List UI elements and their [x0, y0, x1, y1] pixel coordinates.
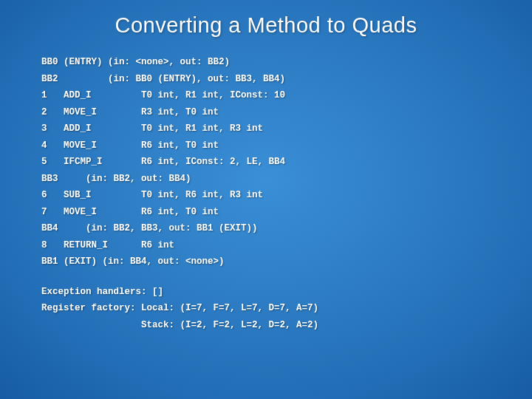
- register-factory-stack: Stack: (I=2, F=2, L=2, D=2, A=2): [41, 317, 491, 334]
- code-body: BB0 (ENTRY) (in: <none>, out: BB2) BB2 (…: [41, 54, 491, 333]
- exception-handlers: Exception handlers: []: [41, 284, 491, 301]
- code-line: BB4 (in: BB2, BB3, out: BB1 (EXIT)): [41, 220, 491, 237]
- code-line: BB2 (in: BB0 (ENTRY), out: BB3, BB4): [41, 71, 491, 88]
- code-line: 4 MOVE_I R6 int, T0 int: [41, 137, 491, 154]
- code-line: 6 SUB_I T0 int, R6 int, R3 int: [41, 187, 491, 204]
- code-line: 2 MOVE_I R3 int, T0 int: [41, 104, 491, 121]
- code-line: BB0 (ENTRY) (in: <none>, out: BB2): [41, 54, 491, 71]
- code-line: 1 ADD_I T0 int, R1 int, IConst: 10: [41, 87, 491, 104]
- code-line: BB3 (in: BB2, out: BB4): [41, 171, 491, 188]
- code-line: 5 IFCMP_I R6 int, IConst: 2, LE, BB4: [41, 154, 491, 171]
- code-line: BB1 (EXIT) (in: BB4, out: <none>): [41, 253, 491, 270]
- code-line: 7 MOVE_I R6 int, T0 int: [41, 204, 491, 221]
- spacer: [41, 270, 491, 284]
- slide: Converting a Method to Quads BB0 (ENTRY)…: [0, 0, 532, 399]
- code-line: 3 ADD_I T0 int, R1 int, R3 int: [41, 120, 491, 137]
- register-factory-local: Register factory: Local: (I=7, F=7, L=7,…: [41, 300, 491, 317]
- slide-title: Converting a Method to Quads: [41, 13, 491, 38]
- code-line: 8 RETURN_I R6 int: [41, 237, 491, 254]
